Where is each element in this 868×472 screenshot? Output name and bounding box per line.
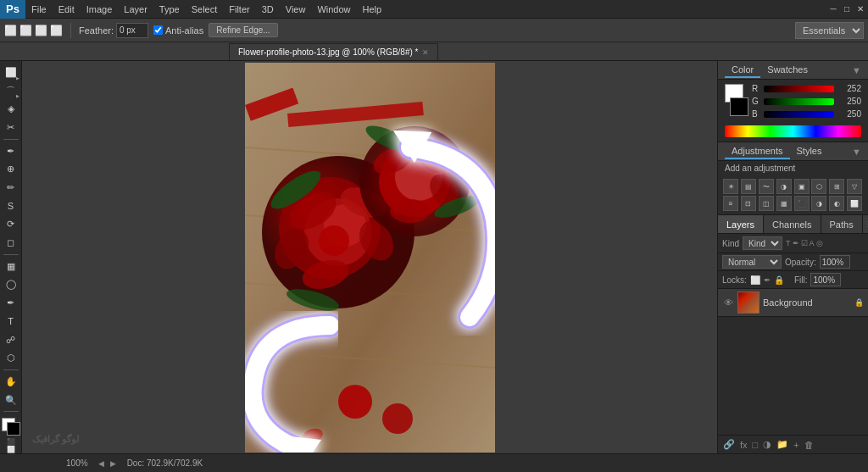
adj-hsl[interactable]: ⬡ (811, 179, 826, 194)
tool-text[interactable]: T (2, 313, 20, 330)
blue-slider[interactable] (764, 111, 834, 118)
tool-selection[interactable]: ⬜ ▶ (2, 64, 20, 81)
layer-visibility-toggle[interactable]: 👁 (722, 297, 734, 308)
swatches-tab[interactable]: Swatches (760, 63, 815, 78)
tool-pen[interactable]: ✒ (2, 294, 20, 312)
channels-tab[interactable]: Channels (764, 215, 821, 233)
fill-input[interactable] (810, 273, 841, 286)
color-spectrum[interactable] (725, 125, 861, 137)
adj-photo-filter[interactable]: ▽ (847, 179, 862, 194)
filter-icon-3[interactable]: ☑ (801, 239, 808, 247)
adj-gradient-map[interactable]: ◑ (811, 196, 826, 211)
menu-file[interactable]: File (25, 0, 53, 18)
filter-icon-2[interactable]: ✒ (793, 239, 799, 247)
add-fx-icon[interactable]: fx (740, 440, 748, 450)
minimize-button[interactable]: ─ (827, 3, 839, 15)
quick-mask-icon[interactable]: ⬛ (7, 438, 15, 446)
adj-color-lookup[interactable]: ⊡ (741, 196, 756, 211)
styles-tab[interactable]: Styles (790, 144, 829, 159)
add-adjustment-icon[interactable]: ◑ (763, 439, 771, 450)
tool-brush[interactable]: ✏ (2, 179, 20, 197)
paths-tab[interactable]: Paths (821, 215, 863, 233)
menu-select[interactable]: Select (186, 0, 224, 18)
close-button[interactable]: ✕ (854, 3, 866, 15)
add-layer-icon[interactable]: + (793, 440, 798, 450)
tool-crop[interactable]: ✂ (2, 119, 20, 136)
adj-levels[interactable]: ▤ (741, 179, 756, 194)
menu-edit[interactable]: Edit (53, 0, 81, 18)
lock-position-icon[interactable]: ✒ (764, 275, 771, 285)
layer-row-background[interactable]: 👁 Background 🔒 (718, 289, 868, 317)
color-tab[interactable]: Color (725, 63, 760, 78)
color-panel-header[interactable]: Color Swatches ▼ (718, 61, 868, 80)
antialiased-checkbox[interactable] (153, 25, 163, 35)
filter-icon-5[interactable]: ◎ (816, 239, 823, 247)
collapse-icon[interactable]: ▼ (852, 65, 861, 75)
tool-shape[interactable]: ⬡ (2, 349, 20, 367)
blend-mode-select[interactable]: Normal (722, 255, 782, 269)
healing-brush-icon: ⊕ (7, 164, 14, 175)
delete-layer-icon[interactable]: 🗑 (804, 440, 814, 450)
lock-pixels-icon[interactable]: ⬜ (750, 275, 760, 285)
menu-image[interactable]: Image (81, 0, 119, 18)
tool-eyedropper[interactable]: ✒ (2, 142, 20, 160)
adj-exposure[interactable]: ◑ (776, 179, 792, 194)
adj-colorbalance[interactable]: ⊞ (829, 179, 844, 194)
tool-hand[interactable]: ✋ (2, 373, 20, 391)
adjustments-icons-grid: ☀ ▤ 〜 ◑ ▣ ⬡ ⊞ ▽ ≡ ⊡ ◫ ▦ ⬛ ◑ ◐ ⬜ (718, 175, 868, 214)
tool-history-brush[interactable]: ⟳ (2, 216, 20, 234)
adj-invert[interactable]: ◫ (759, 196, 774, 211)
tool-zoom[interactable]: 🔍 (2, 391, 20, 409)
adj-selective-color[interactable]: ◐ (829, 196, 844, 211)
adj-channel-mixer[interactable]: ≡ (723, 196, 738, 211)
refine-edge-button[interactable]: Refine Edge... (209, 23, 277, 37)
opacity-input[interactable] (820, 255, 850, 269)
adj-collapse-icon[interactable]: ▼ (852, 147, 861, 157)
green-slider[interactable] (764, 98, 834, 105)
layer-kind-select[interactable]: Kind (743, 236, 782, 250)
menu-3d[interactable]: 3D (256, 0, 280, 18)
nav-next-button[interactable]: ▶ (108, 458, 119, 469)
workspace-select[interactable]: Essentials (795, 22, 864, 39)
adj-solid-color[interactable]: ⬜ (847, 196, 862, 211)
menu-filter[interactable]: Filter (223, 0, 255, 18)
adj-posterize[interactable]: ▦ (776, 196, 792, 211)
tool-dodge[interactable]: ◯ (2, 276, 20, 294)
adjustments-tab[interactable]: Adjustments (725, 144, 790, 159)
tool-path-select[interactable]: ☍ (2, 331, 20, 349)
layers-tab[interactable]: Layers (718, 215, 764, 233)
menu-type[interactable]: Type (153, 0, 186, 18)
add-mask-icon[interactable]: □ (753, 440, 759, 450)
maximize-button[interactable]: □ (841, 3, 853, 15)
document-tab[interactable]: Flower-profile-photo-13.jpg @ 100% (RGB/… (229, 43, 438, 60)
adjustments-panel-header[interactable]: Adjustments Styles ▼ (718, 142, 868, 161)
tool-gradient[interactable]: ▦ (2, 258, 20, 275)
screen-mode-icon[interactable]: ⬜ (7, 446, 15, 453)
tab-close-button[interactable]: ✕ (422, 48, 429, 57)
menu-layer[interactable]: Layer (118, 0, 153, 18)
menu-window[interactable]: Window (311, 0, 356, 18)
red-slider[interactable] (764, 86, 834, 92)
menu-help[interactable]: Help (357, 0, 388, 18)
tool-quick-select[interactable]: ◈ (2, 100, 20, 118)
layers-panel-menu-icon[interactable]: ☰ (863, 215, 868, 233)
feather-input[interactable] (116, 23, 148, 38)
adj-threshold[interactable]: ⬛ (794, 196, 810, 211)
add-link-icon[interactable]: 🔗 (723, 439, 735, 450)
tool-healing[interactable]: ⊕ (2, 160, 20, 178)
adj-vibrance[interactable]: ▣ (794, 179, 810, 194)
lock-all-icon[interactable]: 🔒 (774, 275, 784, 285)
tool-eraser[interactable]: ◻ (2, 234, 20, 252)
bg-color-swatch[interactable] (730, 97, 748, 116)
filter-icon-4[interactable]: A (810, 239, 815, 247)
status-nav: ◀ ▶ (97, 458, 119, 469)
foreground-color[interactable] (2, 418, 20, 436)
tool-stamp[interactable]: S (2, 197, 20, 215)
menu-view[interactable]: View (280, 0, 312, 18)
add-folder-icon[interactable]: 📁 (776, 439, 788, 450)
tool-lasso[interactable]: ⌒ ▶ (2, 82, 20, 100)
filter-icon-1[interactable]: T (786, 239, 791, 247)
adj-brightness[interactable]: ☀ (723, 179, 738, 194)
nav-prev-button[interactable]: ◀ (97, 458, 107, 469)
adj-curves[interactable]: 〜 (759, 179, 774, 194)
